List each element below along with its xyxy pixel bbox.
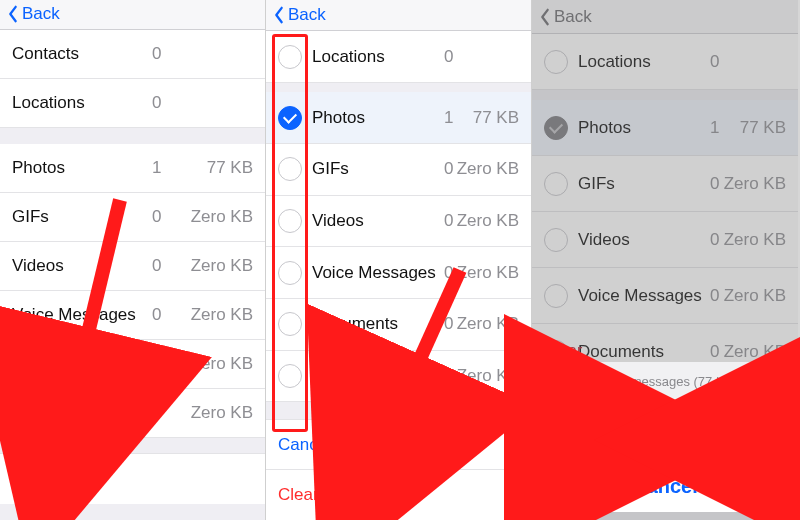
select-radio (544, 228, 568, 252)
clear-label-peek: Clear (544, 342, 582, 360)
select-radio (544, 284, 568, 308)
chevron-left-icon (272, 6, 286, 24)
action-sheet-clear-label: Clear (641, 416, 689, 438)
section-separator (0, 504, 265, 520)
row-stickers[interactable]: Stickers 0 Zero KB (266, 351, 531, 403)
nav-bar: Back (532, 0, 798, 34)
row-count: 0 (444, 314, 453, 334)
row-documents[interactable]: Documents 0 Zero KB (266, 299, 531, 351)
select-radio[interactable] (278, 261, 302, 285)
action-sheet-cancel-button[interactable]: Cancel (540, 461, 790, 512)
select-radio[interactable] (278, 45, 302, 69)
row-count: 0 (710, 174, 719, 194)
select-radio (544, 116, 568, 140)
row-photos[interactable]: Photos 1 77 KB (0, 144, 265, 193)
row-label: Photos (12, 158, 65, 178)
row-label: Photos (312, 108, 365, 128)
select-radio[interactable] (278, 157, 302, 181)
row-size: Zero KB (457, 159, 519, 179)
clear-label: Clear (278, 485, 319, 505)
row-size: Zero KB (724, 286, 786, 306)
back-label: Back (22, 4, 60, 24)
row-label: Documents (12, 354, 98, 374)
row-label: Locations (578, 52, 651, 72)
row-size: Zero KB (457, 263, 519, 283)
back-button[interactable]: Back (6, 4, 60, 24)
nav-bar: Back (0, 0, 265, 30)
row-size: Zero KB (191, 354, 253, 374)
back-button[interactable]: Back (538, 7, 592, 27)
row-count: 0 (710, 342, 719, 362)
row-count: 1 (152, 158, 161, 178)
row-label: Photos (578, 118, 631, 138)
row-label: Videos (312, 211, 364, 231)
row-size: Zero KB (457, 314, 519, 334)
section-separator (0, 128, 265, 144)
select-radio[interactable] (278, 364, 302, 388)
row-locations: Locations 0 (532, 34, 798, 90)
chevron-left-icon (6, 5, 20, 23)
action-sheet-group: Clear 3 messages (77 KB)? Clear (540, 362, 790, 453)
back-label: Back (288, 5, 326, 25)
screen-storage-manage: Back Locations 0 Photos 1 77 KB GIFs 0 Z… (266, 0, 532, 520)
row-size: Zero KB (724, 230, 786, 250)
select-radio[interactable] (278, 209, 302, 233)
row-count: 1 (710, 118, 719, 138)
row-documents[interactable]: Documents 0 Zero KB (0, 340, 265, 389)
row-size: Zero KB (191, 305, 253, 325)
row-label: Contacts (12, 44, 79, 64)
row-gifs[interactable]: GIFs 0 Zero KB (0, 193, 265, 242)
row-label: Locations (12, 93, 85, 113)
row-label: Voice Messages (312, 263, 436, 283)
clear-button[interactable]: Clear (266, 470, 531, 520)
row-voice-messages[interactable]: Voice Messages 0 Zero KB (0, 291, 265, 340)
select-radio (544, 50, 568, 74)
screen-storage-confirm: Back Locations 0 Photos 1 77 KB GIFs 0 Z… (532, 0, 798, 520)
footer-actions: Cancel Clear (266, 419, 531, 520)
row-count: 0 (444, 263, 453, 283)
row-label: Voice Messages (578, 286, 702, 306)
row-label: Videos (12, 256, 64, 276)
row-gifs[interactable]: GIFs 0 Zero KB (266, 144, 531, 196)
row-count: 0 (710, 286, 719, 306)
row-count: 0 (444, 47, 453, 67)
row-size: 77 KB (207, 158, 253, 178)
row-label: Documents (578, 342, 664, 362)
row-count: 0 (444, 159, 453, 179)
row-count: 0 (152, 403, 161, 423)
action-sheet-clear-button[interactable]: Clear (540, 402, 790, 453)
section-separator (266, 402, 531, 419)
row-voice-messages[interactable]: Voice Messages 0 Zero KB (266, 247, 531, 299)
row-label: Stickers (312, 366, 372, 386)
row-contacts[interactable]: Contacts 0 (0, 30, 265, 79)
row-size: Zero KB (724, 174, 786, 194)
row-count: 0 (152, 44, 161, 64)
section-separator (266, 83, 531, 92)
row-label: Videos (578, 230, 630, 250)
row-count: 0 (152, 93, 161, 113)
row-gifs: GIFs 0 Zero KB (532, 156, 798, 212)
manage-button[interactable]: Manage… (0, 454, 265, 504)
row-locations[interactable]: Locations 0 (266, 31, 531, 83)
row-count: 0 (152, 354, 161, 374)
row-videos[interactable]: Videos 0 Zero KB (0, 242, 265, 291)
row-videos[interactable]: Videos 0 Zero KB (266, 196, 531, 248)
row-videos: Videos 0 Zero KB (532, 212, 798, 268)
select-radio[interactable] (278, 312, 302, 336)
section-separator (532, 90, 798, 100)
select-radio (544, 172, 568, 196)
row-photos[interactable]: Photos 1 77 KB (266, 92, 531, 144)
cancel-button[interactable]: Cancel (266, 420, 531, 470)
row-label: Documents (312, 314, 398, 334)
row-count: 0 (444, 366, 453, 386)
footer-actions: Manage… (0, 453, 265, 504)
row-photos: Photos 1 77 KB (532, 100, 798, 156)
row-locations[interactable]: Locations 0 (0, 79, 265, 128)
back-button[interactable]: Back (272, 5, 326, 25)
row-stickers[interactable]: Stickers 0 Zero KB (0, 389, 265, 438)
select-radio[interactable] (278, 106, 302, 130)
nav-bar: Back (266, 0, 531, 31)
row-size: Zero KB (457, 366, 519, 386)
row-size: 77 KB (740, 118, 786, 138)
row-size: Zero KB (191, 403, 253, 423)
